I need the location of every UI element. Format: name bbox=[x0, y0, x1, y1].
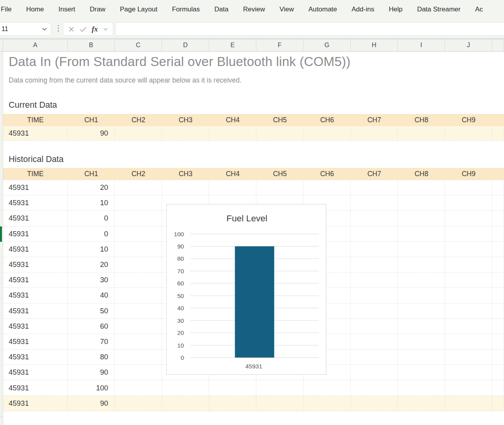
current-header-ch4[interactable]: CH4 bbox=[209, 114, 256, 126]
cell[interactable] bbox=[351, 257, 398, 272]
menu-tab-help[interactable]: Help bbox=[389, 6, 403, 13]
column-header-g[interactable]: G bbox=[304, 39, 351, 51]
historical-header-ch1[interactable]: CH1 bbox=[68, 168, 115, 180]
current-header-ch3[interactable]: CH3 bbox=[162, 114, 209, 126]
cell[interactable] bbox=[115, 226, 162, 242]
historical-header-ch9[interactable]: CH9 bbox=[445, 168, 492, 180]
cell[interactable]: 45931 bbox=[3, 288, 68, 303]
menu-tab-ac[interactable]: Ac bbox=[475, 6, 483, 13]
cell[interactable]: 70 bbox=[68, 334, 115, 350]
menu-tab-home[interactable]: Home bbox=[26, 6, 44, 13]
cell[interactable] bbox=[398, 396, 445, 411]
cell[interactable]: 45931 bbox=[3, 126, 68, 141]
fuel-level-chart[interactable]: 010203040506070809010045931Fuel Level bbox=[166, 204, 326, 375]
chart-bar[interactable] bbox=[235, 246, 274, 357]
cell[interactable] bbox=[398, 304, 445, 319]
cell[interactable] bbox=[115, 365, 162, 380]
cell[interactable]: 90 bbox=[68, 126, 115, 141]
chevron-down-icon[interactable] bbox=[42, 28, 47, 31]
cell[interactable] bbox=[398, 211, 445, 226]
cell[interactable] bbox=[398, 272, 445, 288]
cell[interactable] bbox=[304, 396, 351, 411]
cell[interactable] bbox=[351, 126, 398, 141]
cell[interactable] bbox=[115, 350, 162, 365]
menu-tab-data[interactable]: Data bbox=[214, 6, 228, 13]
cell[interactable] bbox=[115, 304, 162, 319]
cell[interactable] bbox=[445, 126, 492, 141]
cell[interactable] bbox=[445, 304, 492, 319]
cell[interactable]: 45931 bbox=[3, 365, 68, 380]
column-header-e[interactable]: E bbox=[209, 39, 256, 51]
cell[interactable]: 0 bbox=[68, 226, 115, 242]
cell[interactable] bbox=[209, 380, 256, 396]
cell[interactable] bbox=[492, 211, 504, 226]
cell[interactable] bbox=[115, 272, 162, 288]
cell[interactable]: 45931 bbox=[3, 350, 68, 365]
cell[interactable] bbox=[492, 257, 504, 272]
cell[interactable] bbox=[398, 195, 445, 211]
column-header-h[interactable]: H bbox=[351, 39, 398, 51]
menu-tab-automate[interactable]: Automate bbox=[309, 6, 337, 13]
cell[interactable] bbox=[398, 365, 445, 380]
column-header-f[interactable]: F bbox=[256, 39, 304, 51]
cell[interactable] bbox=[351, 211, 398, 226]
cell[interactable] bbox=[445, 319, 492, 334]
menu-tab-data-streamer[interactable]: Data Streamer bbox=[417, 6, 461, 13]
menu-tab-insert[interactable]: Insert bbox=[59, 6, 75, 13]
cell[interactable] bbox=[351, 396, 398, 411]
cell[interactable] bbox=[492, 195, 504, 211]
cell[interactable] bbox=[445, 350, 492, 365]
cell[interactable]: 45931 bbox=[3, 319, 68, 334]
cell[interactable] bbox=[351, 304, 398, 319]
historical-header-ch6[interactable]: CH6 bbox=[304, 168, 351, 180]
cell[interactable] bbox=[304, 380, 351, 396]
cell[interactable] bbox=[162, 126, 209, 141]
cell[interactable]: 80 bbox=[68, 350, 115, 365]
cell[interactable] bbox=[445, 211, 492, 226]
menu-tab-formulas[interactable]: Formulas bbox=[172, 6, 200, 13]
cell[interactable] bbox=[115, 180, 162, 195]
cell[interactable] bbox=[351, 380, 398, 396]
column-header-j[interactable]: J bbox=[445, 39, 492, 51]
current-header-time[interactable]: TIME bbox=[3, 114, 68, 126]
cell[interactable]: 40 bbox=[68, 288, 115, 303]
cell[interactable] bbox=[256, 396, 304, 411]
name-box[interactable]: 11 bbox=[0, 22, 51, 36]
cell[interactable] bbox=[445, 365, 492, 380]
historical-header-ch4[interactable]: CH4 bbox=[209, 168, 256, 180]
historical-header-ch7[interactable]: CH7 bbox=[351, 168, 398, 180]
cell[interactable] bbox=[398, 242, 445, 257]
menu-tab-draw[interactable]: Draw bbox=[90, 6, 105, 13]
cell[interactable] bbox=[445, 288, 492, 303]
menu-tab-review[interactable]: Review bbox=[243, 6, 265, 13]
current-header-ch5[interactable]: CH5 bbox=[256, 114, 304, 126]
cell[interactable] bbox=[398, 226, 445, 242]
cell[interactable] bbox=[209, 396, 256, 411]
cell[interactable] bbox=[351, 319, 398, 334]
cell[interactable] bbox=[445, 195, 492, 211]
cell[interactable]: 30 bbox=[68, 272, 115, 288]
cell[interactable]: 0 bbox=[68, 211, 115, 226]
menu-tab-page-layout[interactable]: Page Layout bbox=[120, 6, 157, 13]
cell[interactable] bbox=[351, 195, 398, 211]
cell[interactable]: 45931 bbox=[3, 195, 68, 211]
cell[interactable] bbox=[445, 226, 492, 242]
cell[interactable]: 20 bbox=[68, 180, 115, 195]
cell[interactable]: 60 bbox=[68, 319, 115, 334]
menu-tab-add-ins[interactable]: Add-ins bbox=[351, 6, 374, 13]
cell[interactable] bbox=[445, 257, 492, 272]
cell[interactable] bbox=[304, 180, 351, 195]
cell[interactable] bbox=[492, 126, 504, 141]
cell[interactable] bbox=[351, 288, 398, 303]
current-header-ch2[interactable]: CH2 bbox=[115, 114, 162, 126]
cell[interactable]: 45931 bbox=[3, 272, 68, 288]
cell[interactable] bbox=[162, 180, 209, 195]
column-header-i[interactable]: I bbox=[398, 39, 445, 51]
cell[interactable] bbox=[445, 242, 492, 257]
cell[interactable] bbox=[351, 272, 398, 288]
cell[interactable] bbox=[492, 396, 504, 411]
cell[interactable] bbox=[162, 380, 209, 396]
cell[interactable] bbox=[398, 126, 445, 141]
cancel-icon[interactable] bbox=[68, 26, 74, 32]
chevron-down-icon[interactable] bbox=[103, 28, 108, 31]
